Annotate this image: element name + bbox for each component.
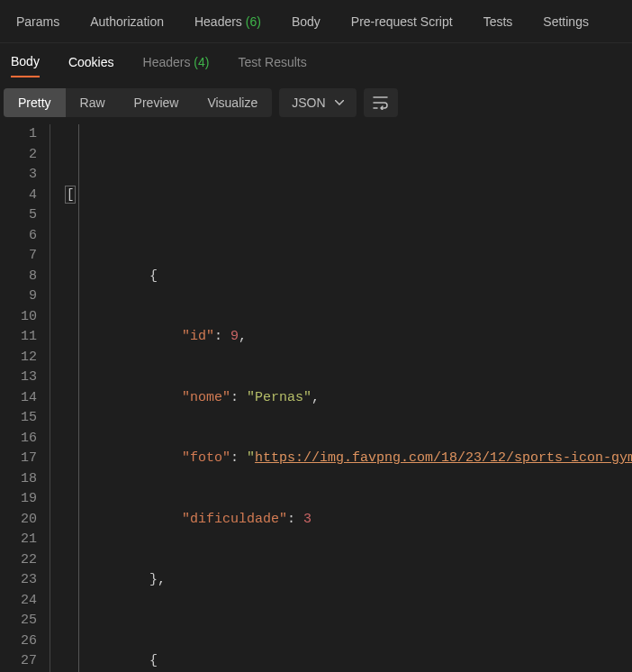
line-number: 8 [0,267,37,287]
line-number: 21 [0,530,37,550]
line-number: 1 [0,124,37,145]
response-tabs: Body Cookies Headers (4) Test Results [0,43,632,81]
code-content: [ { "id": 9, "nome": "Pernas", "foto": "… [50,124,632,672]
response-body-editor[interactable]: 1 2 3 4 5 6 7 8 9 10 11 12 13 14 15 16 1… [0,124,632,672]
tab-settings[interactable]: Settings [530,4,601,40]
line-number: 6 [0,226,37,247]
open-bracket: [ [65,186,76,204]
line-number: 13 [0,368,37,388]
line-number: 12 [0,348,37,368]
token-colon: : [230,450,247,466]
code-line: "dificuldade": 3 [52,510,632,531]
line-number: 23 [0,570,37,591]
response-tab-headers-label: Headers [143,55,191,69]
response-tab-headers[interactable]: Headers (4) [143,48,210,77]
line-number: 14 [0,388,37,409]
token-key: "id" [182,329,214,344]
tab-body[interactable]: Body [279,4,333,40]
token-key: "nome" [182,390,230,405]
token-number: 9 [230,329,239,344]
line-number: 7 [0,246,37,267]
line-number: 27 [0,651,37,672]
token-colon: : [230,390,247,405]
view-raw[interactable]: Raw [66,88,120,117]
code-line: "foto": "https://img.favpng.com/18/23/12… [52,449,632,469]
view-preview[interactable]: Preview [120,88,194,117]
line-number: 20 [0,510,37,531]
token-colon: : [287,512,303,527]
line-number: 22 [0,550,37,571]
tab-headers-label: Headers [194,14,242,29]
line-number: 25 [0,611,37,631]
code-line: { [52,267,632,287]
request-tabs: Params Authorization Headers (6) Body Pr… [0,0,632,43]
tab-headers[interactable]: Headers (6) [182,4,274,40]
wrap-icon [373,95,389,110]
code-line: "id": 9, [52,327,632,348]
chevron-down-icon [335,100,344,105]
line-number: 9 [0,286,37,307]
response-toolbar: Pretty Raw Preview Visualize JSON [0,81,632,124]
format-dropdown[interactable]: JSON [279,88,356,117]
view-mode-tabs: Pretty Raw Preview Visualize [4,88,272,117]
response-tab-headers-count: (4) [194,55,209,69]
line-number: 5 [0,205,37,226]
line-number: 16 [0,429,37,450]
wrap-lines-button[interactable] [364,88,398,117]
code-line: [ [52,186,632,206]
token-quote: " [247,450,255,466]
token-key: "dificuldade" [182,512,287,527]
line-number: 3 [0,165,37,186]
token-url: https://img.favpng.com/18/23/12/sports-i… [255,450,632,466]
line-number: 18 [0,469,37,490]
line-number: 19 [0,489,37,510]
tab-tests[interactable]: Tests [471,4,526,40]
line-number: 4 [0,186,37,206]
line-number: 10 [0,307,37,328]
format-label: JSON [292,95,325,110]
response-tab-cookies[interactable]: Cookies [68,48,114,77]
code-line: "nome": "Pernas", [52,388,632,409]
token-number: 3 [303,512,311,527]
tab-prerequest[interactable]: Pre-request Script [339,4,465,40]
line-gutter: 1 2 3 4 5 6 7 8 9 10 11 12 13 14 15 16 1… [0,124,50,672]
tab-authorization[interactable]: Authorization [77,4,176,40]
token-brace: { [149,653,158,668]
line-number: 17 [0,449,37,469]
response-tab-body[interactable]: Body [11,47,40,77]
tab-headers-count: (6) [246,14,261,29]
view-pretty[interactable]: Pretty [4,88,66,117]
line-number: 2 [0,145,37,166]
line-number: 24 [0,591,37,612]
tab-params[interactable]: Params [4,4,72,40]
line-number: 26 [0,631,37,652]
view-visualize[interactable]: Visualize [193,88,272,117]
token-brace: }, [149,572,166,587]
token-comma: , [239,329,247,344]
code-line: }, [52,570,632,591]
line-number: 11 [0,327,37,348]
token-string: "Pernas" [247,390,311,405]
token-brace: { [149,268,158,284]
token-colon: : [214,329,230,344]
line-number: 15 [0,408,37,429]
token-key: "foto" [182,450,230,466]
code-line: { [52,651,632,672]
token-comma: , [311,390,320,405]
response-tab-testresults[interactable]: Test Results [238,48,306,77]
